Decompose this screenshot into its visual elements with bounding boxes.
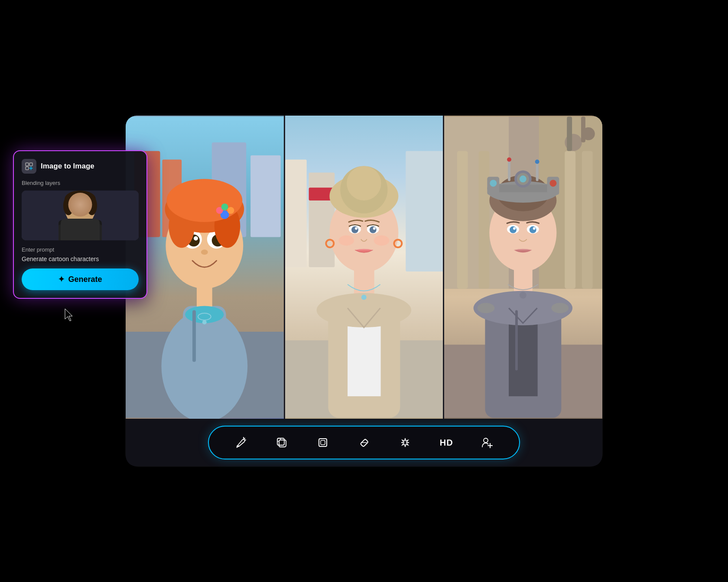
svg-point-68 <box>361 295 367 300</box>
svg-rect-4 <box>58 220 102 240</box>
svg-point-10 <box>73 207 76 210</box>
svg-point-95 <box>490 180 497 187</box>
main-toolbar: HD <box>208 426 520 459</box>
svg-point-8 <box>63 196 74 215</box>
svg-rect-115 <box>321 440 325 445</box>
svg-point-107 <box>533 227 536 230</box>
svg-rect-80 <box>581 116 585 142</box>
svg-rect-2 <box>26 167 29 170</box>
blending-thumbnail[interactable] <box>22 191 139 240</box>
svg-rect-3 <box>22 191 139 240</box>
svg-point-106 <box>513 227 516 230</box>
image-panel-realistic <box>285 116 445 419</box>
svg-point-9 <box>87 196 97 215</box>
svg-rect-1 <box>29 163 32 166</box>
svg-point-93 <box>520 175 526 182</box>
svg-point-108 <box>520 292 526 299</box>
svg-point-111 <box>552 303 569 313</box>
prompt-section: Enter prompt Generate cartoon characters <box>22 246 139 262</box>
svg-rect-0 <box>26 163 29 166</box>
svg-point-65 <box>374 235 389 246</box>
generate-button[interactable]: ✦ Generate <box>22 268 139 290</box>
image-panel-scifi <box>444 116 602 419</box>
layers-icon[interactable] <box>272 433 292 453</box>
svg-rect-109 <box>515 310 518 370</box>
svg-point-99 <box>507 158 511 162</box>
svg-rect-113 <box>279 440 286 447</box>
svg-rect-98 <box>508 160 510 181</box>
svg-point-36 <box>166 179 242 222</box>
thumbnail-image <box>22 191 139 240</box>
hd-icon[interactable]: HD <box>436 433 456 453</box>
toolbar-area: HD <box>126 419 602 466</box>
svg-point-118 <box>484 438 488 443</box>
person-add-icon[interactable] <box>478 433 497 453</box>
svg-rect-76 <box>582 151 593 289</box>
svg-point-43 <box>202 320 207 324</box>
hd-label: HD <box>440 438 453 448</box>
svg-rect-45 <box>285 160 307 267</box>
prompt-text: Generate cartoon characters <box>22 255 139 262</box>
svg-point-110 <box>478 303 495 313</box>
svg-point-57 <box>347 166 381 200</box>
svg-point-60 <box>351 226 358 233</box>
svg-point-105 <box>530 226 536 233</box>
svg-rect-73 <box>457 151 468 289</box>
svg-rect-74 <box>479 151 490 289</box>
svg-point-62 <box>355 227 358 230</box>
svg-rect-46 <box>309 172 335 267</box>
generate-star-icon: ✦ <box>58 275 65 284</box>
magic-wand-icon[interactable] <box>395 433 415 453</box>
svg-point-13 <box>85 208 87 210</box>
svg-point-101 <box>535 160 540 164</box>
svg-point-32 <box>201 249 208 255</box>
svg-rect-19 <box>250 155 281 237</box>
blending-label: Blending layers <box>22 180 139 186</box>
svg-rect-75 <box>565 151 576 289</box>
svg-point-11 <box>84 207 88 210</box>
svg-point-39 <box>228 207 234 214</box>
svg-point-63 <box>373 227 375 230</box>
panel-header: Image to Image <box>22 159 139 174</box>
svg-rect-114 <box>319 439 327 446</box>
svg-point-40 <box>221 204 228 210</box>
generate-label: Generate <box>68 275 102 284</box>
svg-point-97 <box>550 180 557 187</box>
main-display: Image to Image Blending layers <box>126 116 602 466</box>
magic-brush-icon[interactable] <box>231 433 250 453</box>
svg-point-64 <box>338 235 354 246</box>
svg-rect-100 <box>536 162 539 181</box>
svg-point-30 <box>194 236 198 240</box>
svg-rect-14 <box>67 221 93 227</box>
cursor <box>64 308 76 322</box>
svg-rect-112 <box>277 438 284 445</box>
svg-rect-41 <box>192 310 196 362</box>
floating-panel: Image to Image Blending layers <box>13 150 147 299</box>
crop-icon[interactable] <box>313 433 333 453</box>
prompt-label: Enter prompt <box>22 246 139 253</box>
image-to-image-icon <box>22 159 36 174</box>
image-panel-cartoon <box>126 116 285 419</box>
svg-rect-47 <box>406 151 443 272</box>
scene-container: Image to Image Blending layers <box>61 74 667 508</box>
svg-point-61 <box>369 226 376 233</box>
images-canvas <box>126 116 602 419</box>
panel-title: Image to Image <box>41 162 94 171</box>
svg-point-12 <box>74 208 76 210</box>
eraser-icon[interactable] <box>354 433 374 453</box>
svg-rect-79 <box>567 116 572 151</box>
svg-point-104 <box>510 226 517 233</box>
